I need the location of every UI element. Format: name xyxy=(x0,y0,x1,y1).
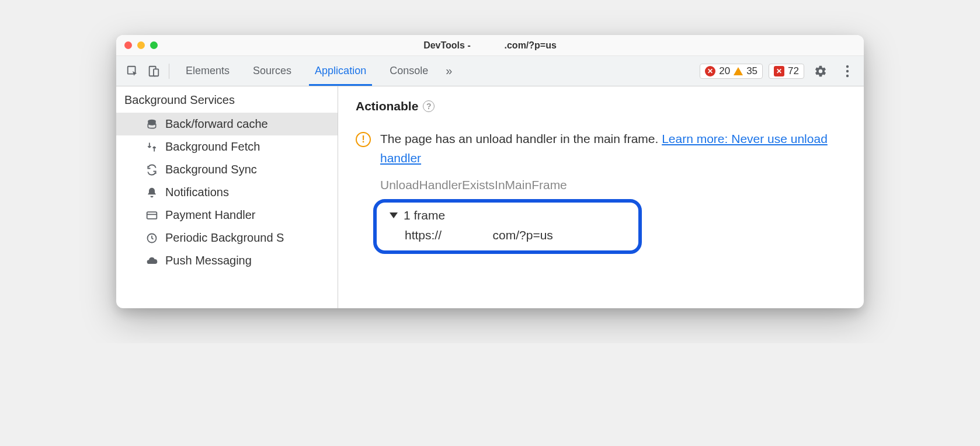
error-count: 20 xyxy=(719,65,730,77)
help-icon[interactable]: ? xyxy=(423,100,435,112)
warning-circle-icon: ! xyxy=(356,132,371,147)
panel-tabs: Elements Sources Application Console xyxy=(174,56,440,86)
content: Background Services Back/forward cache B… xyxy=(116,86,864,308)
sidebar-item-label: Back/forward cache xyxy=(165,117,268,131)
database-icon xyxy=(145,118,158,131)
sidebar-item-label: Periodic Background S xyxy=(165,231,284,245)
issue-text: The page has an unload handler in the ma… xyxy=(380,130,846,168)
svg-point-5 xyxy=(846,74,849,76)
svg-rect-7 xyxy=(147,212,157,219)
frame-tree-toggle[interactable]: 1 frame xyxy=(390,208,625,222)
fetch-icon xyxy=(145,141,158,154)
more-tabs-button[interactable]: » xyxy=(440,64,458,78)
bell-icon xyxy=(145,186,158,199)
sidebar-item-bgsync[interactable]: Background Sync xyxy=(116,158,338,181)
titlebar: DevTools - .com/?p=us xyxy=(116,35,864,56)
devtools-window: DevTools - .com/?p=us Elements Sources A… xyxy=(116,35,864,308)
issue-row: ! The page has an unload handler in the … xyxy=(356,130,846,168)
frame-url[interactable]: https:// com/?p=us xyxy=(390,222,625,242)
issue-message: The page has an unload handler in the ma… xyxy=(380,132,662,145)
toolbar-right: ✕ 20 35 ✕ 72 xyxy=(700,61,858,82)
tab-sources[interactable]: Sources xyxy=(241,56,303,86)
device-toggle-icon[interactable] xyxy=(143,61,164,82)
sidebar-item-periodic[interactable]: Periodic Background S xyxy=(116,227,338,249)
settings-icon[interactable] xyxy=(810,61,831,82)
disclosure-triangle-icon xyxy=(390,212,398,218)
tab-console[interactable]: Console xyxy=(378,56,440,86)
warning-icon xyxy=(734,67,743,75)
tab-elements[interactable]: Elements xyxy=(174,56,241,86)
svg-point-4 xyxy=(846,69,849,72)
section-title: Actionable ? xyxy=(356,99,846,113)
inspect-element-icon[interactable] xyxy=(122,61,143,82)
sidebar-item-label: Background Sync xyxy=(165,163,257,176)
console-counts[interactable]: ✕ 20 35 xyxy=(700,64,763,79)
minimize-window-button[interactable] xyxy=(137,41,145,49)
error-icon: ✕ xyxy=(705,66,715,76)
window-controls xyxy=(116,41,158,49)
clock-icon xyxy=(145,232,158,245)
sidebar-item-push[interactable]: Push Messaging xyxy=(116,249,338,272)
maximize-window-button[interactable] xyxy=(150,41,158,49)
issues-count: 72 xyxy=(788,65,799,77)
sidebar-item-label: Notifications xyxy=(165,186,229,199)
frame-count-label: 1 frame xyxy=(404,208,445,222)
issues-icon: ✕ xyxy=(774,66,784,76)
svg-rect-2 xyxy=(154,69,158,76)
sidebar-item-label: Background Fetch xyxy=(165,140,260,154)
main-panel: Actionable ? ! The page has an unload ha… xyxy=(338,86,864,308)
toolbar-divider xyxy=(169,64,169,79)
issues-count-badge[interactable]: ✕ 72 xyxy=(769,64,804,79)
sync-icon xyxy=(145,163,158,176)
sidebar-item-bgfetch[interactable]: Background Fetch xyxy=(116,135,338,158)
close-window-button[interactable] xyxy=(124,41,132,49)
section-title-text: Actionable xyxy=(356,99,418,113)
sidebar-item-label: Push Messaging xyxy=(165,254,252,267)
sidebar-heading: Background Services xyxy=(116,86,338,113)
window-title: DevTools - .com/?p=us xyxy=(423,40,557,51)
credit-card-icon xyxy=(145,209,158,222)
more-menu-icon[interactable] xyxy=(837,61,858,82)
toolbar: Elements Sources Application Console » ✕… xyxy=(116,56,864,86)
reason-name: UnloadHandlerExistsInMainFrame xyxy=(380,178,846,192)
sidebar-item-bfcache[interactable]: Back/forward cache xyxy=(116,113,338,135)
svg-point-3 xyxy=(846,65,849,67)
sidebar-item-label: Payment Handler xyxy=(165,208,256,222)
sidebar-item-payment[interactable]: Payment Handler xyxy=(116,204,338,227)
tab-application[interactable]: Application xyxy=(303,56,378,86)
sidebar: Background Services Back/forward cache B… xyxy=(116,86,338,308)
warning-count: 35 xyxy=(746,65,757,77)
cloud-icon xyxy=(145,255,158,267)
frame-tree-highlight: 1 frame https:// com/?p=us xyxy=(373,199,642,254)
sidebar-item-notifications[interactable]: Notifications xyxy=(116,181,338,204)
